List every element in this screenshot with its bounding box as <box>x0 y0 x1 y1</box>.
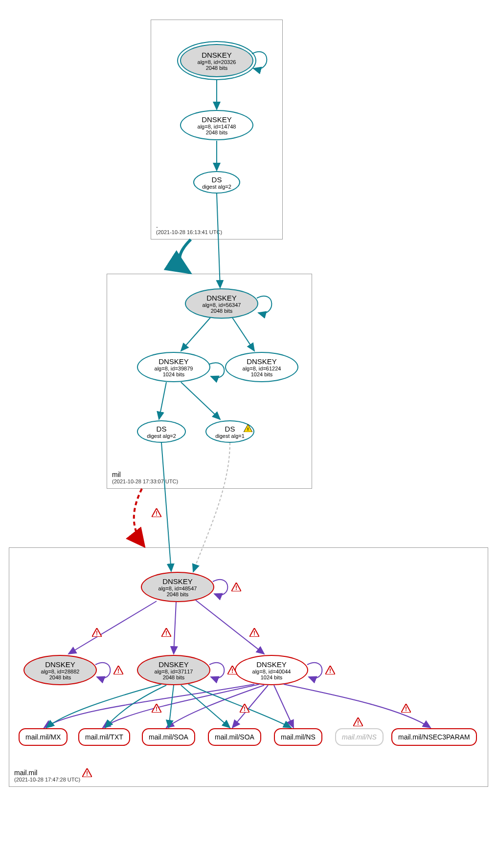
svg-text:!: ! <box>86 770 88 777</box>
rr-txt[interactable]: mail.mil/TXT <box>78 728 130 746</box>
l: mail.mil/SOA <box>149 733 188 741</box>
l: mail.mil/TXT <box>85 733 123 741</box>
s1: digest alg=1 <box>215 433 245 439</box>
s1: alg=8, id=56347 <box>203 302 241 308</box>
l: mail.mil/MX <box>25 733 61 741</box>
svg-text:!: ! <box>253 630 255 637</box>
title: DNSKEY <box>202 51 232 59</box>
title: DNSKEY <box>206 294 237 302</box>
s1: alg=8, id=28882 <box>41 669 80 674</box>
error-icon: ! <box>240 704 249 713</box>
zone-mil-ts: (2021-10-28 17:33:07 UTC) <box>112 478 178 484</box>
svg-text:!: ! <box>96 630 98 637</box>
s2: 2048 bits <box>206 65 228 71</box>
svg-text:!: ! <box>231 668 233 674</box>
mil-zsk1[interactable]: DNSKEY alg=8, id=39879 1024 bits <box>137 352 210 382</box>
mailmil-k1[interactable]: DNSKEY alg=8, id=28882 2048 bits <box>23 655 97 685</box>
s2: 2048 bits <box>211 308 233 314</box>
title: DNSKEY <box>247 357 277 366</box>
l: mail.mil/NS <box>281 733 316 741</box>
root-ksk[interactable]: DNSKEY alg=8, id=20326 2048 bits <box>180 44 253 77</box>
error-icon: ! <box>82 768 92 777</box>
s2: 1024 bits <box>261 674 283 680</box>
zone-mil-label: mil (2021-10-28 17:33:07 UTC) <box>112 471 178 484</box>
s1: alg=8, id=40044 <box>252 669 291 674</box>
s1: alg=8, id=37117 <box>155 669 193 674</box>
error-icon: ! <box>113 666 123 674</box>
rr-soa2[interactable]: mail.mil/SOA <box>208 728 261 746</box>
zone-mailmil-name: mail.mil <box>14 769 80 777</box>
title: DNSKEY <box>45 660 75 669</box>
error-icon: ! <box>152 508 161 517</box>
root-zsk[interactable]: DNSKEY alg=8, id=14748 2048 bits <box>180 110 253 140</box>
s2: 1024 bits <box>251 371 273 377</box>
s2: 2048 bits <box>49 674 71 680</box>
l: mail.mil/NS <box>342 733 377 741</box>
rr-mx[interactable]: mail.mil/MX <box>19 728 68 746</box>
error-icon: ! <box>353 717 363 726</box>
s1: alg=8, id=39879 <box>155 366 193 371</box>
s1: digest alg=2 <box>147 433 176 439</box>
error-icon: ! <box>161 628 171 637</box>
mil-ds2[interactable]: DS digest alg=2 <box>137 420 186 443</box>
mil-ksk[interactable]: DNSKEY alg=8, id=56347 2048 bits <box>185 288 258 319</box>
error-icon: ! <box>325 666 335 674</box>
error-icon: ! <box>231 583 241 591</box>
s1: alg=8, id=61224 <box>243 366 281 371</box>
error-icon: ! <box>152 704 161 713</box>
title: DS <box>212 175 222 184</box>
s2: 2048 bits <box>163 674 185 680</box>
s2: 2048 bits <box>206 130 228 135</box>
zone-root-ts: (2021-10-28 16:13:41 UTC) <box>156 229 222 235</box>
svg-text:!: ! <box>357 719 359 726</box>
zone-root-name: . <box>156 221 222 229</box>
svg-text:!: ! <box>329 668 331 674</box>
mil-zsk2[interactable]: DNSKEY alg=8, id=61224 1024 bits <box>225 352 298 382</box>
svg-text:!: ! <box>165 630 167 637</box>
rr-ns[interactable]: mail.mil/NS <box>274 728 322 746</box>
title: DS <box>157 425 167 433</box>
title: DS <box>225 425 235 433</box>
s2: 1024 bits <box>163 371 185 377</box>
rr-ns2[interactable]: mail.mil/NS <box>335 728 384 746</box>
title: DNSKEY <box>202 115 232 124</box>
title: DNSKEY <box>162 577 193 586</box>
svg-text:!: ! <box>156 706 158 713</box>
error-icon: ! <box>227 666 237 674</box>
s1: alg=8, id=20326 <box>198 59 236 65</box>
root-ds[interactable]: DS digest alg=2 <box>193 171 240 194</box>
s1: alg=8, id=48547 <box>158 586 197 591</box>
error-icon: ! <box>401 704 411 713</box>
title: DNSKEY <box>256 660 287 669</box>
svg-text:!: ! <box>156 510 158 517</box>
zone-mil-name: mil <box>112 471 178 478</box>
error-icon: ! <box>249 628 259 637</box>
s1: digest alg=2 <box>202 184 231 190</box>
l: mail.mil/SOA <box>215 733 254 741</box>
mailmil-k2[interactable]: DNSKEY alg=8, id=37117 2048 bits <box>137 655 210 685</box>
rr-soa1[interactable]: mail.mil/SOA <box>142 728 195 746</box>
mailmil-ksk[interactable]: DNSKEY alg=8, id=48547 2048 bits <box>141 572 214 602</box>
zone-root-label: . (2021-10-28 16:13:41 UTC) <box>156 221 222 235</box>
warning-icon: ! <box>244 424 252 432</box>
svg-text:!: ! <box>405 706 407 713</box>
zone-mailmil-label: mail.mil (2021-10-28 17:47:28 UTC) <box>14 769 80 782</box>
rr-nsec3[interactable]: mail.mil/NSEC3PARAM <box>391 728 477 746</box>
l: mail.mil/NSEC3PARAM <box>398 733 470 741</box>
svg-text:!: ! <box>117 668 119 674</box>
title: DNSKEY <box>158 357 189 366</box>
title: DNSKEY <box>158 660 189 669</box>
svg-text:!: ! <box>244 706 246 713</box>
s1: alg=8, id=14748 <box>198 124 236 130</box>
svg-text:!: ! <box>247 426 248 432</box>
svg-text:!: ! <box>235 585 237 591</box>
s2: 2048 bits <box>167 591 189 597</box>
mailmil-k3[interactable]: DNSKEY alg=8, id=40044 1024 bits <box>235 655 308 685</box>
zone-mailmil-ts: (2021-10-28 17:47:28 UTC) <box>14 777 80 782</box>
error-icon: ! <box>92 628 102 637</box>
